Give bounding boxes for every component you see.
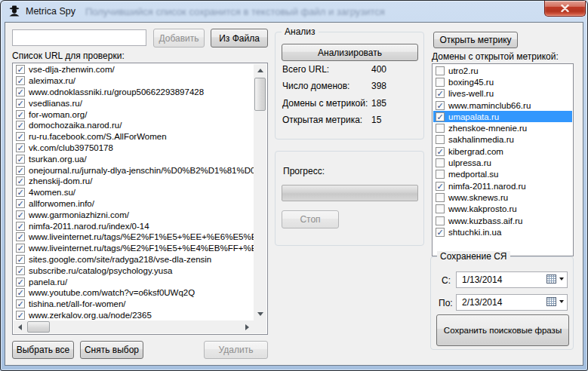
url-list-item[interactable]: ✓panela.ru/ [14, 276, 254, 287]
checkbox-checked-icon[interactable]: ✓ [16, 232, 25, 241]
checkbox-checked-icon[interactable]: ✓ [16, 99, 25, 108]
url-list-item[interactable]: ✓zhenskij-dom.ru/ [14, 176, 254, 187]
save-phrases-button[interactable]: Сохранить поисковые фразы [436, 314, 569, 346]
domain-list-item[interactable]: ulpressa.ru [433, 157, 572, 168]
checkbox-checked-icon[interactable]: ✓ [16, 166, 25, 175]
vertical-scroll-thumb[interactable] [254, 78, 266, 111]
domain-list-item[interactable]: ✓nimfa-2011.narod.ru [433, 180, 572, 192]
checkbox-checked-icon[interactable]: ✓ [16, 65, 25, 74]
url-list-item[interactable]: ✓www.odnoklassniki.ru/group5066229389742… [14, 87, 254, 98]
url-list-item[interactable]: ✓tishina.net/all-for-women/ [14, 299, 254, 310]
checkbox-unchecked-icon[interactable] [436, 204, 445, 213]
checkbox-checked-icon[interactable]: ✓ [436, 228, 445, 237]
url-list-item[interactable]: ✓www.youtube.com/watch?v=o6ksf0UWq2Q [14, 287, 254, 299]
add-button[interactable]: Добавить [153, 29, 205, 48]
url-input[interactable] [12, 29, 146, 46]
checkbox-checked-icon[interactable]: ✓ [436, 89, 445, 98]
url-list-item[interactable]: ✓allforwomen.info/ [14, 198, 254, 210]
date-to-picker[interactable]: 2/13/2014 [456, 294, 568, 311]
checkbox-unchecked-icon[interactable] [436, 135, 445, 144]
checkbox-checked-icon[interactable]: ✓ [436, 182, 445, 191]
titlebar[interactable]: Metrica Spy Получившийся список сохранит… [1, 1, 587, 22]
checkbox-checked-icon[interactable]: ✓ [16, 76, 25, 85]
scroll-down-button[interactable] [254, 308, 266, 320]
domain-list-item[interactable]: boxing45.ru [433, 76, 572, 87]
checkbox-checked-icon[interactable]: ✓ [16, 210, 25, 219]
url-list-item[interactable]: ✓www.garmoniazhizni.com/ [14, 209, 254, 220]
open-metrica-button[interactable]: Открыть метрику [433, 32, 518, 48]
open-metrica-domains-list[interactable]: utro2.ruboxing45.ru✓lives-well.ru✓www.ma… [432, 63, 574, 256]
checkbox-unchecked-icon[interactable] [436, 193, 445, 202]
scroll-right-button[interactable] [241, 320, 254, 333]
calendar-icon[interactable] [546, 274, 556, 284]
checkbox-checked-icon[interactable]: ✓ [436, 147, 445, 156]
url-list-item[interactable]: ✓www.liveinternet.ru/tags/%E2%F1%E5+%E4%… [14, 243, 254, 254]
url-list[interactable]: ✓vse-dlja-zhenwin.com/✓aleximax.ru/✓www.… [12, 63, 268, 335]
checkbox-unchecked-icon[interactable] [436, 158, 445, 167]
url-list-item[interactable]: ✓onejournal.ru/jurnaly-dlya-jenschin/%D0… [14, 164, 254, 176]
close-button[interactable] [544, 1, 586, 17]
url-list-item[interactable]: ✓ru-ru.facebook.com/S.AllForWomen [14, 131, 254, 143]
checkbox-checked-icon[interactable]: ✓ [16, 121, 25, 130]
url-list-item[interactable]: ✓tsurkan.org.ua/ [14, 153, 254, 164]
url-list-item[interactable]: ✓aleximax.ru/ [14, 75, 254, 87]
checkbox-checked-icon[interactable]: ✓ [16, 288, 25, 297]
scroll-up-button[interactable] [254, 64, 266, 77]
checkbox-checked-icon[interactable]: ✓ [16, 143, 25, 152]
checkbox-checked-icon[interactable]: ✓ [436, 112, 445, 121]
checkbox-checked-icon[interactable]: ✓ [16, 255, 25, 264]
url-list-item[interactable]: ✓domochozaika.narod.ru/ [14, 120, 254, 131]
stop-button[interactable]: Стоп [282, 210, 339, 228]
checkbox-checked-icon[interactable]: ✓ [16, 199, 25, 208]
scroll-left-button[interactable] [14, 320, 26, 333]
url-list-horizontal-scrollbar[interactable] [14, 320, 254, 333]
url-list-item[interactable]: ✓subscribe.ru/catalog/psychology.yusa [14, 265, 254, 276]
checkbox-checked-icon[interactable]: ✓ [16, 222, 25, 231]
checkbox-checked-icon[interactable]: ✓ [16, 277, 25, 287]
checkbox-checked-icon[interactable]: ✓ [16, 176, 25, 186]
checkbox-unchecked-icon[interactable] [436, 216, 445, 225]
chevron-down-icon[interactable] [559, 277, 564, 281]
select-all-button[interactable]: Выбрать все [12, 341, 74, 359]
checkbox-checked-icon[interactable]: ✓ [436, 101, 445, 110]
domain-list-item[interactable]: medportal.su [433, 169, 572, 180]
checkbox-checked-icon[interactable]: ✓ [16, 132, 25, 141]
url-list-item[interactable]: ✓www.zerkalov.org.ua/node/2365 [14, 310, 254, 320]
domain-list-item[interactable]: www.kuzbass.aif.ru [433, 215, 572, 226]
checkbox-checked-icon[interactable]: ✓ [16, 188, 25, 197]
checkbox-checked-icon[interactable]: ✓ [16, 266, 25, 275]
checkbox-unchecked-icon[interactable] [436, 78, 445, 87]
checkbox-unchecked-icon[interactable] [436, 124, 445, 133]
checkbox-unchecked-icon[interactable] [436, 66, 445, 75]
url-list-vertical-scrollbar[interactable] [254, 64, 266, 320]
checkbox-unchecked-icon[interactable] [436, 170, 445, 179]
checkbox-checked-icon[interactable]: ✓ [16, 299, 25, 308]
analyze-button[interactable]: Анализировать [282, 44, 418, 61]
url-list-item[interactable]: ✓nimfa-2011.narod.ru/index/0-14 [14, 220, 254, 231]
date-from-picker[interactable]: 1/13/2014 [456, 271, 568, 288]
url-list-item[interactable]: ✓4women.su/ [14, 187, 254, 198]
url-list-item[interactable]: ✓for-woman.org/ [14, 109, 254, 120]
url-list-item[interactable]: ✓sites.google.com/site/radyga218/vse-dla… [14, 254, 254, 265]
chevron-down-icon[interactable] [559, 300, 564, 303]
domain-list-item[interactable]: ✓kibergrad.com [433, 146, 572, 157]
checkbox-checked-icon[interactable]: ✓ [16, 244, 25, 253]
domain-list-item[interactable]: www.kakprosto.ru [433, 204, 572, 215]
deselect-button[interactable]: Снять выбор [80, 341, 143, 359]
url-list-item[interactable]: ✓www.liveinternet.ru/tags/%E2%F1%E5+%EE+… [14, 231, 254, 243]
url-list-item[interactable]: ✓vse-dlja-zhenwin.com/ [14, 64, 254, 75]
horizontal-scroll-thumb[interactable] [27, 321, 50, 333]
checkbox-checked-icon[interactable]: ✓ [16, 110, 25, 119]
domain-list-item[interactable]: ✓lives-well.ru [433, 88, 572, 100]
domain-list-item[interactable]: sakhalinmedia.ru [433, 134, 572, 146]
url-list-item[interactable]: ✓vk.com/club39750178 [14, 143, 254, 154]
checkbox-checked-icon[interactable]: ✓ [16, 155, 25, 164]
domain-list-item[interactable]: utro2.ru [433, 65, 572, 76]
url-list-item[interactable]: ✓vsedlianas.ru/ [14, 97, 254, 109]
domain-list-item[interactable]: ✓www.maminclub66.ru [433, 100, 572, 111]
domain-list-item-selected[interactable]: ✓umapalata.ru [433, 111, 572, 122]
checkbox-checked-icon[interactable]: ✓ [16, 311, 25, 320]
checkbox-checked-icon[interactable]: ✓ [16, 87, 25, 97]
from-file-button[interactable]: Из Файла [211, 29, 268, 48]
calendar-icon[interactable] [546, 297, 556, 306]
